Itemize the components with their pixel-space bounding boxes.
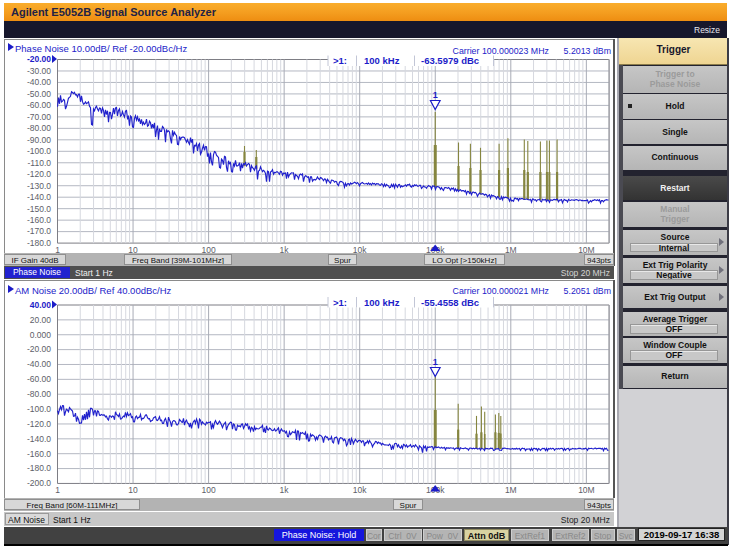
- svg-text:-120.0: -120.0: [27, 169, 51, 179]
- svg-text:1: 1: [433, 357, 438, 367]
- svg-text:20.00: 20.00: [30, 315, 52, 325]
- svg-text:-20.00: -20.00: [27, 344, 51, 354]
- svg-text:-100.0: -100.0: [27, 404, 51, 414]
- svg-text:-80.00: -80.00: [27, 389, 51, 399]
- svg-text:-70.00: -70.00: [27, 112, 51, 122]
- svg-text:-160.0: -160.0: [27, 215, 51, 225]
- svg-text:-63.5979 dBc: -63.5979 dBc: [421, 55, 479, 66]
- svg-text:-90.00: -90.00: [27, 135, 51, 145]
- svg-text:-130.0: -130.0: [27, 181, 51, 191]
- svg-text:-60.00: -60.00: [27, 100, 51, 110]
- svg-text:100 kHz: 100 kHz: [364, 297, 400, 308]
- svg-text:1M: 1M: [505, 485, 517, 495]
- svg-text:-150.0: -150.0: [27, 204, 51, 214]
- svg-text:-40.00: -40.00: [27, 77, 51, 87]
- svg-text:-30.00: -30.00: [27, 66, 51, 76]
- svg-text:-40.00: -40.00: [27, 359, 51, 369]
- svg-text:-50.00: -50.00: [27, 89, 51, 99]
- svg-text:-20.00: -20.00: [27, 54, 51, 64]
- svg-text:0.000: 0.000: [30, 330, 52, 340]
- svg-text:-60.00: -60.00: [27, 374, 51, 384]
- svg-text:-140.0: -140.0: [27, 434, 51, 444]
- svg-text:-120.0: -120.0: [27, 419, 51, 429]
- svg-text:-55.4558 dBc: -55.4558 dBc: [421, 297, 479, 308]
- svg-text:>1:: >1:: [333, 297, 347, 308]
- svg-text:10: 10: [128, 485, 138, 495]
- svg-text:10M: 10M: [578, 485, 595, 495]
- svg-text:10k: 10k: [353, 485, 367, 495]
- svg-text:1k: 1k: [280, 485, 290, 495]
- svg-text:-170.0: -170.0: [27, 226, 51, 236]
- svg-text:-180.0: -180.0: [27, 463, 51, 473]
- svg-text:-140.0: -140.0: [27, 192, 51, 202]
- svg-text:-200.0: -200.0: [27, 478, 51, 488]
- svg-text:1: 1: [433, 90, 438, 100]
- svg-text:100 kHz: 100 kHz: [364, 55, 400, 66]
- svg-text:-110.0: -110.0: [28, 158, 52, 168]
- svg-text:>1:: >1:: [333, 55, 347, 66]
- svg-text:1: 1: [55, 485, 60, 495]
- svg-text:-80.00: -80.00: [27, 123, 51, 133]
- svg-text:40.00: 40.00: [30, 300, 52, 310]
- svg-text:-180.0: -180.0: [27, 238, 51, 248]
- svg-text:100: 100: [202, 485, 216, 495]
- svg-text:-100.0: -100.0: [27, 146, 51, 156]
- svg-text:-160.0: -160.0: [27, 449, 51, 459]
